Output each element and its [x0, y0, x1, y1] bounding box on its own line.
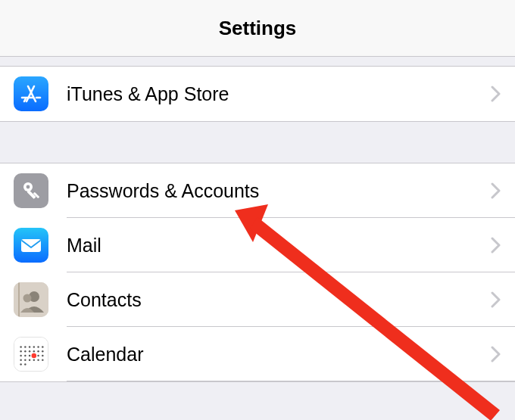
- chevron-right-icon: [491, 86, 501, 102]
- svg-point-23: [24, 350, 26, 352]
- svg-point-28: [20, 355, 21, 356]
- chevron-right-icon: [491, 237, 501, 254]
- app-store-icon: [14, 76, 48, 111]
- row-label: Mail: [67, 235, 491, 257]
- svg-point-36: [33, 359, 35, 360]
- chevron-right-icon: [491, 182, 501, 199]
- svg-point-40: [24, 363, 26, 365]
- svg-point-19: [33, 346, 35, 347]
- contacts-icon: [14, 282, 48, 317]
- row-label: Contacts: [67, 289, 491, 311]
- page-title: Settings: [219, 17, 297, 40]
- mail-icon: [14, 228, 48, 263]
- svg-point-31: [37, 355, 39, 356]
- svg-point-41: [32, 353, 37, 359]
- svg-point-14: [23, 294, 32, 303]
- svg-point-39: [20, 363, 21, 365]
- svg-point-6: [27, 185, 30, 189]
- row-contacts[interactable]: Contacts: [0, 272, 515, 327]
- svg-point-38: [42, 359, 43, 360]
- svg-point-25: [33, 350, 35, 352]
- svg-point-33: [20, 359, 21, 360]
- svg-point-18: [29, 346, 30, 347]
- settings-header: Settings: [0, 0, 515, 57]
- svg-point-26: [37, 350, 39, 352]
- settings-section-accounts: Passwords & Accounts Mail Contacts: [0, 163, 515, 382]
- chevron-right-icon: [491, 346, 501, 362]
- key-icon: [14, 173, 48, 208]
- row-calendar[interactable]: Calendar: [0, 327, 515, 381]
- svg-point-30: [29, 355, 30, 356]
- svg-point-29: [24, 355, 26, 356]
- row-label: iTunes & App Store: [67, 83, 491, 105]
- svg-rect-15: [14, 338, 48, 371]
- section-gap: [0, 57, 515, 66]
- svg-line-0: [27, 86, 34, 101]
- svg-point-34: [24, 359, 26, 360]
- svg-line-4: [24, 99, 26, 101]
- row-label: Passwords & Accounts: [67, 180, 491, 202]
- svg-line-1: [28, 86, 36, 101]
- row-separator: [67, 381, 515, 381]
- svg-point-24: [29, 350, 30, 352]
- svg-point-27: [42, 350, 43, 352]
- row-label: Calendar: [67, 344, 491, 366]
- row-passwords-accounts[interactable]: Passwords & Accounts: [0, 163, 515, 218]
- chevron-right-icon: [491, 291, 501, 308]
- svg-point-32: [42, 355, 43, 356]
- svg-point-20: [37, 346, 39, 347]
- row-itunes-app-store[interactable]: iTunes & App Store: [0, 67, 515, 121]
- row-mail[interactable]: Mail: [0, 218, 515, 272]
- svg-point-37: [37, 359, 39, 360]
- settings-section-store: iTunes & App Store: [0, 66, 515, 122]
- calendar-icon: [14, 337, 48, 372]
- svg-point-16: [20, 346, 21, 347]
- svg-point-35: [29, 359, 30, 360]
- svg-rect-12: [18, 282, 20, 317]
- section-gap: [0, 122, 515, 163]
- svg-rect-10: [21, 239, 41, 252]
- svg-point-22: [20, 350, 21, 352]
- svg-point-17: [24, 346, 26, 347]
- svg-point-21: [42, 346, 43, 347]
